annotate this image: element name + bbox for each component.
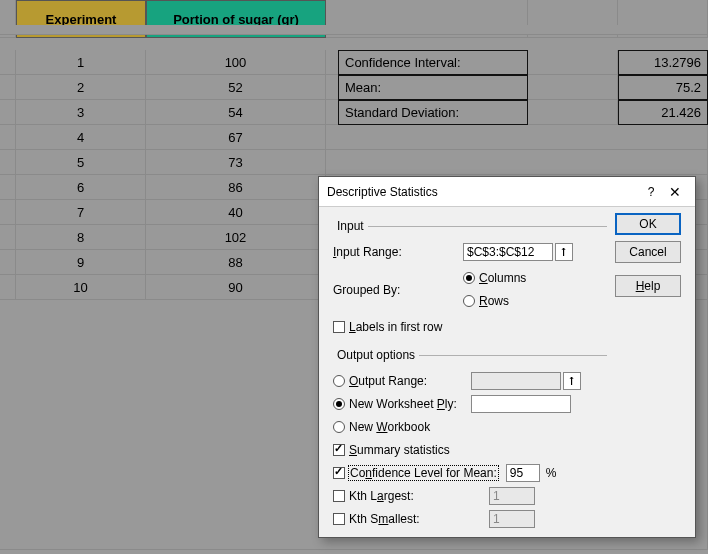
new-worksheet-field[interactable]: [471, 395, 571, 413]
radio-rows-label: Rows: [479, 294, 509, 308]
close-icon[interactable]: ✕: [663, 184, 687, 200]
cell-val[interactable]: 54: [146, 100, 326, 125]
cell-val[interactable]: 67: [146, 125, 326, 150]
cell-empty[interactable]: [0, 200, 16, 225]
radio-new-workbook[interactable]: [333, 421, 345, 433]
output-range-label: Output Range:: [349, 374, 471, 388]
cell-empty[interactable]: [0, 175, 16, 200]
confidence-level-field[interactable]: [506, 464, 540, 482]
cell-exp[interactable]: 9: [16, 250, 146, 275]
cell-empty[interactable]: [0, 150, 16, 175]
cell-empty[interactable]: [0, 25, 708, 35]
cell-val[interactable]: 40: [146, 200, 326, 225]
labels-first-row-label: Labels in first row: [349, 320, 442, 334]
grouped-by-label: Grouped By:: [333, 283, 463, 297]
cell-empty[interactable]: [326, 125, 708, 150]
cell-exp[interactable]: 8: [16, 225, 146, 250]
input-range-label: Input Range:: [333, 245, 463, 259]
kth-smallest-label: Kth Smallest:: [349, 512, 489, 526]
cell-exp[interactable]: 5: [16, 150, 146, 175]
cell-empty[interactable]: [0, 275, 16, 300]
cell-exp[interactable]: 1: [16, 50, 146, 75]
cell-val[interactable]: 73: [146, 150, 326, 175]
cell-empty[interactable]: [528, 50, 618, 75]
help-icon[interactable]: ?: [639, 185, 663, 199]
stat-label-mean[interactable]: Mean:: [338, 75, 528, 100]
cell-exp[interactable]: 4: [16, 125, 146, 150]
help-button[interactable]: Help: [615, 275, 681, 297]
cell-empty[interactable]: [0, 100, 16, 125]
cell-empty[interactable]: [326, 150, 708, 175]
cell-exp[interactable]: 10: [16, 275, 146, 300]
kth-smallest-field[interactable]: [489, 510, 535, 528]
summary-stats-label: Summary statistics: [349, 443, 450, 457]
cell-exp[interactable]: 3: [16, 100, 146, 125]
stat-label-sd[interactable]: Standard Deviation:: [338, 100, 528, 125]
cancel-button[interactable]: Cancel: [615, 241, 681, 263]
cell-empty[interactable]: [0, 75, 16, 100]
stat-label-ci[interactable]: Confidence Interval:: [338, 50, 528, 75]
cell-val[interactable]: 86: [146, 175, 326, 200]
new-workbook-label: New Workbook: [349, 420, 430, 434]
kth-largest-label: Kth Largest:: [349, 489, 489, 503]
cell-val[interactable]: 100: [146, 50, 326, 75]
range-picker-icon[interactable]: 🠕: [555, 243, 573, 261]
stat-value-sd[interactable]: 21.426: [618, 100, 708, 125]
dialog-titlebar[interactable]: Descriptive Statistics ? ✕: [319, 177, 695, 207]
cell-empty[interactable]: [0, 50, 16, 75]
check-summary-stats[interactable]: [333, 444, 345, 456]
input-fieldset: Input Input Range: 🠕 Grouped By: Columns…: [333, 219, 607, 340]
output-range-field[interactable]: [471, 372, 561, 390]
cell-val[interactable]: 52: [146, 75, 326, 100]
descriptive-statistics-dialog: Descriptive Statistics ? ✕ Input Input R…: [318, 176, 696, 538]
input-legend: Input: [333, 219, 368, 233]
dialog-title: Descriptive Statistics: [327, 185, 639, 199]
cell-empty[interactable]: [528, 75, 618, 100]
radio-rows[interactable]: [463, 295, 475, 307]
kth-largest-field[interactable]: [489, 487, 535, 505]
cell-val[interactable]: 102: [146, 225, 326, 250]
cell-empty[interactable]: [0, 125, 16, 150]
check-kth-largest[interactable]: [333, 490, 345, 502]
stat-value-ci[interactable]: 13.2796: [618, 50, 708, 75]
cell-val[interactable]: 90: [146, 275, 326, 300]
output-legend: Output options: [333, 348, 419, 362]
check-kth-smallest[interactable]: [333, 513, 345, 525]
input-range-field[interactable]: [463, 243, 553, 261]
radio-columns-label: Columns: [479, 271, 526, 285]
percent-label: %: [546, 466, 557, 480]
radio-new-worksheet[interactable]: [333, 398, 345, 410]
check-labels-first-row[interactable]: [333, 321, 345, 333]
radio-output-range[interactable]: [333, 375, 345, 387]
cell-exp[interactable]: 6: [16, 175, 146, 200]
output-fieldset: Output options Output Range: 🠕 New Works…: [333, 348, 607, 532]
radio-columns[interactable]: [463, 272, 475, 284]
cell-exp[interactable]: 2: [16, 75, 146, 100]
new-worksheet-label: New Worksheet Ply:: [349, 397, 471, 411]
check-confidence-level[interactable]: [333, 467, 345, 479]
stat-value-mean[interactable]: 75.2: [618, 75, 708, 100]
cell-empty[interactable]: [528, 100, 618, 125]
cell-exp[interactable]: 7: [16, 200, 146, 225]
cell-empty[interactable]: [0, 225, 16, 250]
range-picker-icon[interactable]: 🠕: [563, 372, 581, 390]
cell-empty[interactable]: [0, 250, 16, 275]
cell-val[interactable]: 88: [146, 250, 326, 275]
confidence-level-label: Confidence Level for Mean:: [349, 466, 498, 480]
ok-button[interactable]: OK: [615, 213, 681, 235]
